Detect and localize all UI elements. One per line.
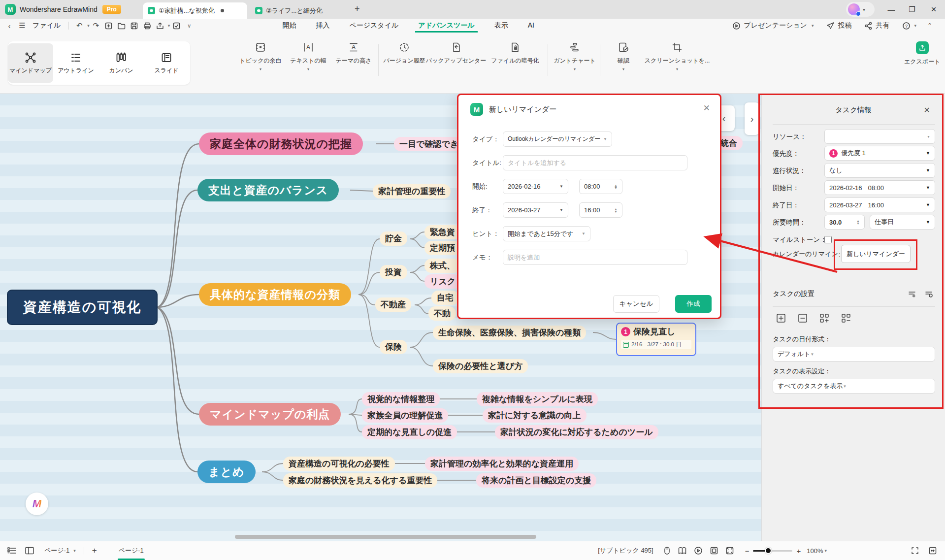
back-icon[interactable]: ‹ — [3, 22, 16, 30]
export-button[interactable]: エクスポート — [904, 41, 940, 66]
menu-start[interactable]: 開始 — [279, 19, 299, 33]
cancel-button[interactable]: キャンセル — [613, 295, 659, 313]
remove-task-icon[interactable] — [797, 313, 808, 324]
subtopic[interactable]: 不動 — [428, 306, 456, 321]
file-menu[interactable]: ファイル — [33, 21, 61, 30]
page-select[interactable]: ページ-1▾ — [44, 546, 76, 555]
help-button[interactable]: ? ▾ — [902, 22, 916, 30]
new-tab-button[interactable]: + — [355, 4, 360, 14]
toolbar-text-width[interactable]: A テキストの幅▾ — [289, 41, 328, 70]
print-icon[interactable] — [141, 22, 154, 30]
start-date-picker[interactable]: 2026-02-1608:00▼ — [824, 180, 935, 195]
branch-topic[interactable]: マインドマップの利点 — [199, 403, 341, 426]
menu-advanced-tools[interactable]: アドバンスツール — [415, 19, 477, 33]
end-date-picker[interactable]: 2026-03-2716:00▼ — [824, 198, 935, 212]
subtopic[interactable]: 貯金 — [380, 231, 407, 246]
pro-badge[interactable]: Pro — [102, 5, 121, 14]
subtopic[interactable]: 複雑な情報をシンプルに表現 — [477, 392, 598, 406]
end-time-spinner[interactable]: 16:00 ▲▼ — [579, 202, 622, 218]
branch-topic[interactable]: 支出と資産のバランス — [197, 179, 339, 201]
toolbar-version-history[interactable]: バージョン履歴 — [383, 41, 425, 65]
subtopic[interactable]: 生命保険、医療保険、損害保険の種類 — [433, 326, 586, 340]
subtopic[interactable]: 視覚的な情報整理 — [362, 392, 440, 406]
subtopic[interactable]: 緊急資 — [424, 225, 460, 239]
undo-icon[interactable]: ↶ — [73, 21, 86, 30]
memo-input[interactable]: 説明を追加 — [503, 250, 687, 265]
toolbar-topic-margin[interactable]: トピックの余白▾ — [238, 41, 283, 70]
fullscreen-icon[interactable] — [911, 546, 919, 555]
mode-mindmap[interactable]: マインドマップ — [8, 43, 53, 83]
mode-kanban[interactable]: カンバン — [98, 43, 144, 83]
toolbar-file-encryption[interactable]: ファイルの暗号化 — [490, 41, 540, 65]
hamburger-menu-icon[interactable]: ☰ — [16, 21, 29, 30]
panel-close-icon[interactable]: ✕ — [924, 105, 930, 115]
fit-map-icon[interactable] — [928, 546, 937, 555]
more-chevron-icon[interactable]: ∨ — [183, 23, 196, 29]
menu-insert[interactable]: 挿入 — [313, 19, 332, 33]
add-group-icon[interactable] — [819, 313, 830, 324]
mouse-mode-icon[interactable] — [663, 546, 671, 555]
branch-topic[interactable]: 具体的な資産情報の分類 — [199, 283, 351, 306]
zoom-out-button[interactable]: − — [745, 547, 749, 555]
export-share-icon[interactable] — [154, 22, 166, 30]
milestone-checkbox[interactable] — [824, 236, 832, 243]
subtopic[interactable]: 一目で確認でき — [394, 137, 464, 151]
toolbar-screenshot[interactable]: スクリーンショットを...▾ — [645, 41, 709, 70]
redo-icon[interactable]: ↷ — [90, 21, 102, 30]
close-button[interactable]: × — [924, 0, 944, 19]
toolbar-theme-height[interactable]: A テーマの高さ — [334, 41, 373, 65]
save-icon[interactable] — [128, 22, 141, 30]
subtopic[interactable]: 定期預 — [424, 241, 460, 255]
subtopic[interactable]: リスク — [424, 274, 461, 289]
end-date-select[interactable]: 2026-03-27▼ — [503, 202, 568, 218]
toolbar-gantt-chart[interactable]: ガントチャート▾ — [554, 41, 595, 70]
duration-unit-select[interactable]: 仕事日▼ — [870, 215, 935, 230]
subtopic[interactable]: 保険 — [380, 340, 407, 354]
date-format-select[interactable]: デフォルト▼ — [773, 347, 935, 362]
share-button[interactable]: 共有 — [864, 21, 889, 30]
start-date-select[interactable]: 2026-02-16▼ — [503, 179, 568, 194]
dialog-close-icon[interactable]: ✕ — [703, 103, 710, 113]
type-select[interactable]: Outlookカレンダーのリマインダー▼ — [503, 132, 612, 147]
subtopic[interactable]: 将来の計画と目標設定の支援 — [476, 473, 596, 488]
fit-window-icon[interactable] — [725, 546, 734, 555]
task-topic-selected[interactable]: 1 保険見直し 2/16 - 3/27 : 30.0 日 — [616, 323, 696, 356]
document-tab-1[interactable]: ①家計構...な視覚化 — [143, 2, 247, 19]
document-tab-2[interactable]: ②ライフ...と細分化 — [250, 2, 344, 19]
toolbar-backup-center[interactable]: バックアップセンター — [430, 41, 482, 65]
minimize-button[interactable]: — — [881, 0, 901, 19]
branch-topic[interactable]: 家庭全体の財務状況の把握 — [199, 132, 363, 155]
open-folder-icon[interactable] — [115, 22, 128, 30]
zoom-caret-icon[interactable]: ▾ — [824, 548, 827, 553]
split-view-icon[interactable] — [25, 546, 34, 555]
post-button[interactable]: 投稿 — [826, 21, 851, 30]
resource-select[interactable]: ▼ — [824, 129, 935, 144]
title-input[interactable]: タイトルを追加する — [503, 155, 687, 170]
zoom-in-button[interactable]: + — [796, 547, 801, 555]
subtopic[interactable]: 家庭の財務状況を見える化する重要性 — [283, 473, 437, 488]
zoom-slider[interactable] — [753, 550, 792, 552]
display-setting-select[interactable]: すべてのタスクを表示▼ — [773, 379, 935, 394]
new-reminder-button[interactable]: 新しいリマインダー — [841, 245, 911, 263]
start-time-spinner[interactable]: 08:00 ▲▼ — [579, 179, 622, 194]
add-task-icon[interactable] — [776, 313, 786, 324]
subtopic[interactable]: 不動産 — [375, 297, 411, 312]
horizontal-scrollbar[interactable] — [235, 535, 536, 539]
subtopic[interactable]: 家計管理の効率化と効果的な資産運用 — [425, 457, 579, 471]
subtopic[interactable]: 家計状況の変化に対応するためのツール — [495, 425, 658, 439]
import-check-icon[interactable] — [170, 22, 183, 30]
subtopic[interactable]: 家計に対する意識の向上 — [483, 408, 587, 423]
remove-group-icon[interactable] — [841, 313, 851, 324]
page-tab[interactable]: ページ-1 — [114, 541, 149, 560]
subtopic[interactable]: 株式、 — [424, 259, 460, 273]
collapse-right-button[interactable]: › — [745, 102, 759, 135]
hint-select[interactable]: 開始まであと15分です▼ — [503, 226, 590, 241]
duration-spinner[interactable]: 30.0 ▲▼ — [824, 215, 865, 230]
subtopic[interactable]: 投資 — [380, 265, 407, 279]
menu-view[interactable]: 表示 — [491, 19, 511, 33]
play-presentation-icon[interactable] — [694, 546, 703, 555]
pages-overview-icon[interactable] — [678, 547, 687, 555]
maximize-button[interactable]: ❐ — [902, 0, 922, 19]
sort-icon[interactable] — [908, 290, 916, 298]
branch-topic[interactable]: まとめ — [197, 461, 256, 483]
